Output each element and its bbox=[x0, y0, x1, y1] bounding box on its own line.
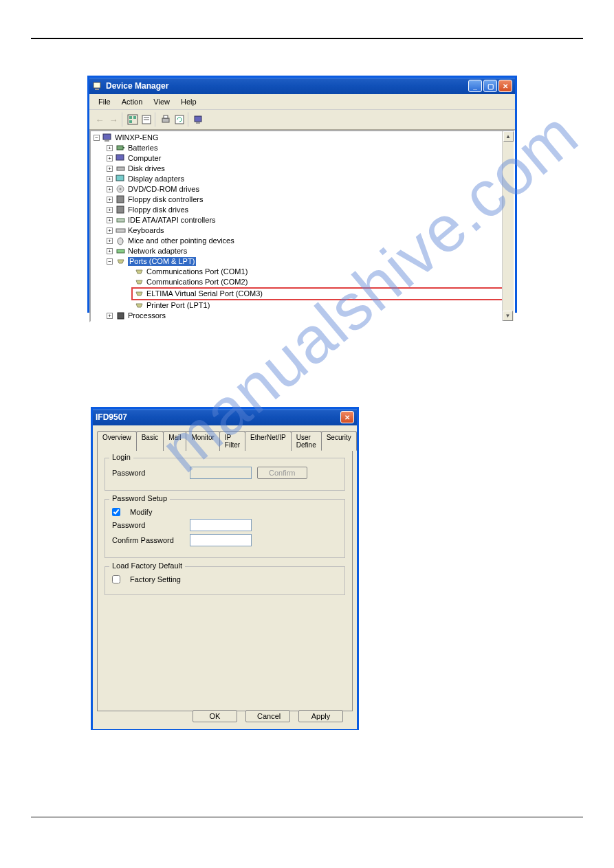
collapse-icon[interactable]: − bbox=[107, 258, 113, 265]
tree-item[interactable]: +IDE ATA/ATAPI controllers bbox=[107, 215, 511, 225]
expand-icon[interactable]: + bbox=[107, 238, 113, 244]
port-icon bbox=[134, 289, 144, 299]
svg-rect-24 bbox=[117, 206, 124, 213]
group-login: Login Password Confirm bbox=[105, 458, 345, 491]
tree-item[interactable]: +SCSI and RAID controllers bbox=[107, 321, 511, 322]
expand-icon[interactable]: + bbox=[107, 313, 113, 319]
ide-icon bbox=[116, 215, 126, 225]
tree-item[interactable]: +DVD/CD-ROM drives bbox=[107, 184, 511, 194]
setup-password-label: Password bbox=[112, 521, 184, 529]
maximize-button[interactable]: ▢ bbox=[483, 80, 497, 92]
properties-button[interactable] bbox=[140, 112, 155, 127]
tree-item[interactable]: +Display adapters bbox=[107, 174, 511, 184]
tree-item[interactable]: +Floppy disk controllers bbox=[107, 194, 511, 205]
tab-ethernetip[interactable]: EtherNet/IP bbox=[245, 431, 292, 451]
tree-item[interactable]: +Disk drives bbox=[107, 164, 511, 174]
cancel-button[interactable]: Cancel bbox=[245, 710, 290, 722]
page-divider-top bbox=[31, 38, 583, 39]
expand-icon[interactable]: + bbox=[107, 207, 113, 213]
menu-view[interactable]: View bbox=[149, 96, 175, 107]
forward-button: → bbox=[107, 112, 122, 127]
svg-rect-19 bbox=[117, 167, 124, 170]
svg-point-27 bbox=[118, 238, 123, 245]
svg-rect-20 bbox=[116, 175, 124, 181]
expand-icon[interactable]: + bbox=[107, 145, 113, 151]
minimize-button[interactable]: _ bbox=[468, 80, 482, 92]
tree-item[interactable]: +Network adapters bbox=[107, 246, 511, 256]
root-node[interactable]: −WINXP-ENG bbox=[94, 133, 511, 143]
tab-security[interactable]: Security bbox=[321, 431, 357, 451]
expand-icon[interactable]: + bbox=[107, 166, 113, 172]
expand-icon[interactable]: + bbox=[107, 248, 113, 254]
svg-rect-29 bbox=[118, 313, 124, 319]
tree-label: Processors bbox=[128, 311, 166, 320]
tree-item[interactable]: +Computer bbox=[107, 153, 511, 164]
tab-userdefine[interactable]: User Define bbox=[291, 431, 322, 451]
tree-item[interactable]: +Batteries bbox=[107, 143, 511, 153]
setup-confirm-input[interactable] bbox=[190, 534, 252, 546]
tree-label: Floppy disk controllers bbox=[128, 195, 203, 204]
expand-icon[interactable]: + bbox=[107, 217, 113, 223]
ok-button[interactable]: OK bbox=[193, 710, 237, 722]
tree-item-ports[interactable]: −Ports (COM & LPT) bbox=[107, 256, 511, 267]
root-label: WINXP-ENG bbox=[115, 133, 159, 142]
menu-help[interactable]: Help bbox=[176, 96, 201, 107]
tree-item[interactable]: +Processors bbox=[107, 311, 511, 321]
scroll-down-button[interactable]: ▼ bbox=[503, 311, 513, 321]
close-button[interactable]: ✕ bbox=[498, 80, 512, 92]
tab-ipfilter[interactable]: IP Filter bbox=[219, 431, 245, 451]
tab-overview[interactable]: Overview bbox=[97, 431, 137, 451]
tree-label: Display adapters bbox=[128, 175, 184, 183]
expand-icon[interactable]: + bbox=[107, 227, 113, 234]
tab-mail[interactable]: Mail bbox=[163, 431, 186, 451]
mouse-icon bbox=[116, 236, 126, 246]
svg-rect-1 bbox=[95, 89, 99, 90]
svg-rect-3 bbox=[129, 116, 132, 119]
svg-rect-25 bbox=[117, 219, 124, 222]
dvd-icon bbox=[116, 184, 126, 194]
tree-label: Batteries bbox=[128, 144, 157, 153]
svg-rect-26 bbox=[116, 229, 125, 232]
tab-basic[interactable]: Basic bbox=[136, 431, 164, 451]
vertical-scrollbar[interactable]: ▲ ▼ bbox=[502, 131, 514, 321]
port-child[interactable]: Communications Port (COM2) bbox=[134, 277, 511, 287]
dialog-title: IFD9507 bbox=[96, 412, 340, 422]
setup-confirm-label: Confirm Password bbox=[112, 536, 184, 544]
titlebar[interactable]: IFD9507 ✕ bbox=[93, 409, 357, 425]
menu-file[interactable]: File bbox=[94, 96, 116, 107]
expand-icon[interactable]: + bbox=[107, 176, 113, 182]
print-button[interactable] bbox=[158, 112, 173, 127]
back-button: ← bbox=[92, 112, 107, 127]
refresh-button[interactable] bbox=[173, 112, 188, 127]
modify-checkbox[interactable] bbox=[112, 508, 120, 516]
show-hidden-button[interactable] bbox=[125, 112, 140, 127]
svg-rect-16 bbox=[117, 146, 123, 150]
port-child-highlighted[interactable]: ELTIMA Virtual Serial Port (COM3) bbox=[131, 287, 511, 300]
tree-item[interactable]: +Mice and other pointing devices bbox=[107, 236, 511, 246]
scroll-up-button[interactable]: ▲ bbox=[503, 131, 514, 142]
group-password-setup: Password Setup Modify Password Confirm P… bbox=[105, 499, 345, 558]
factory-checkbox[interactable] bbox=[112, 575, 120, 583]
tab-monitor[interactable]: Monitor bbox=[186, 431, 219, 451]
port-child[interactable]: Communications Port (COM1) bbox=[134, 267, 511, 277]
svg-rect-10 bbox=[164, 115, 168, 118]
tree-label: Computer bbox=[128, 154, 161, 163]
keyboard-icon bbox=[116, 225, 126, 236]
window-title: Device Manager bbox=[106, 81, 468, 91]
expand-icon[interactable]: + bbox=[107, 155, 113, 162]
device-tree: −WINXP-ENG +Batteries +Computer +Disk dr… bbox=[89, 130, 515, 322]
scsi-icon bbox=[116, 321, 126, 322]
scan-button[interactable] bbox=[191, 112, 206, 127]
collapse-icon[interactable]: − bbox=[94, 135, 100, 141]
setup-password-input[interactable] bbox=[190, 519, 252, 531]
group-title-default: Load Factory Default bbox=[109, 561, 185, 570]
expand-icon[interactable]: + bbox=[107, 186, 113, 192]
apply-button[interactable]: Apply bbox=[298, 710, 343, 722]
titlebar[interactable]: Device Manager _ ▢ ✕ bbox=[89, 78, 515, 94]
tree-item[interactable]: +Keyboards bbox=[107, 225, 511, 236]
port-child[interactable]: Printer Port (LPT1) bbox=[134, 300, 511, 311]
tree-item[interactable]: +Floppy disk drives bbox=[107, 205, 511, 215]
menu-action[interactable]: Action bbox=[117, 96, 148, 107]
close-button[interactable]: ✕ bbox=[340, 411, 354, 423]
expand-icon[interactable]: + bbox=[107, 197, 113, 203]
